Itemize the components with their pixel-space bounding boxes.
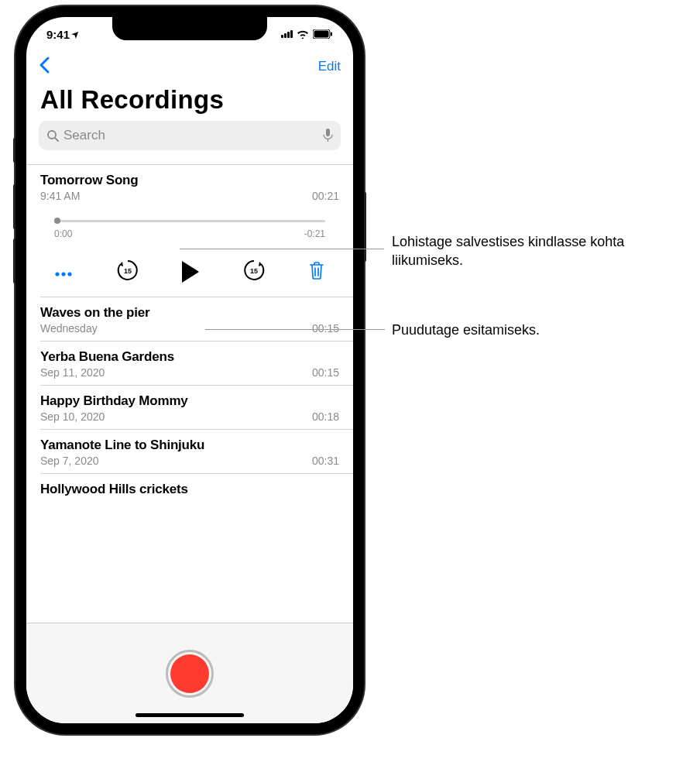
cellular-signal-icon	[281, 30, 293, 38]
status-time: 9:41	[46, 28, 70, 41]
callout-line	[180, 249, 384, 249]
back-button[interactable]	[39, 55, 50, 79]
recording-item[interactable]: Happy Birthday Mommy Sep 10, 202000:18	[26, 386, 353, 429]
recording-duration: 00:21	[312, 190, 339, 202]
bottom-toolbar	[26, 623, 353, 723]
playback-scrubber[interactable]	[54, 216, 325, 225]
svg-line-4	[55, 138, 58, 141]
recording-meta: Sep 7, 2020	[40, 455, 99, 467]
callout-play: Puudutage esitamiseks.	[392, 321, 655, 339]
recording-meta: Sep 11, 2020	[40, 366, 105, 379]
edit-button[interactable]: Edit	[318, 59, 341, 74]
recording-meta: Wednesday	[40, 322, 98, 335]
skip-back-15-button[interactable]: 15	[115, 258, 140, 286]
svg-point-7	[55, 272, 59, 276]
recording-time: 9:41 AM	[40, 190, 80, 202]
recording-item[interactable]: Yerba Buena Gardens Sep 11, 202000:15	[26, 342, 353, 385]
recording-duration: 00:31	[312, 455, 339, 467]
record-icon	[170, 654, 209, 693]
elapsed-time: 0:00	[54, 228, 72, 239]
recording-item[interactable]: Yamanote Line to Shinjuku Sep 7, 202000:…	[26, 430, 353, 473]
volume-down-button	[13, 239, 15, 283]
recording-meta: Sep 10, 2020	[40, 410, 105, 423]
nav-bar: Edit	[26, 51, 353, 82]
recording-item[interactable]: Hollywood Hills crickets	[26, 474, 353, 503]
recording-title: Hollywood Hills crickets	[40, 482, 339, 497]
svg-rect-2	[331, 33, 332, 36]
svg-text:15: 15	[249, 267, 257, 275]
search-icon	[46, 129, 59, 142]
more-options-button[interactable]	[54, 263, 73, 281]
svg-rect-5	[326, 129, 330, 136]
recording-title: Happy Birthday Mommy	[40, 393, 339, 409]
power-button	[364, 192, 366, 262]
remaining-time: -0:21	[304, 228, 325, 239]
svg-rect-1	[314, 31, 329, 38]
recording-duration: 00:18	[312, 410, 339, 423]
screen: 9:41 ➤ Edit All Recordings Search	[26, 17, 353, 723]
scrubber-track	[54, 220, 325, 222]
skip-forward-15-button[interactable]: 15	[242, 258, 266, 286]
callout-scrub: Lohistage salvestises kindlasse kohta li…	[392, 232, 655, 270]
page-title: All Recordings	[26, 82, 353, 121]
play-button[interactable]	[182, 261, 199, 283]
volume-up-button	[13, 184, 15, 229]
location-arrow-icon: ➤	[70, 28, 82, 40]
recording-title: Waves on the pier	[40, 305, 339, 321]
home-indicator[interactable]	[136, 713, 244, 717]
recording-duration: 00:15	[312, 366, 339, 379]
delete-button[interactable]	[308, 260, 325, 283]
recording-item-selected[interactable]: Tomorrow Song 9:41 AM 00:21 0:00 -0:21	[26, 165, 353, 297]
scrubber-knob[interactable]	[54, 218, 60, 224]
mic-icon[interactable]	[323, 129, 333, 142]
recording-title: Yerba Buena Gardens	[40, 349, 339, 365]
search-field[interactable]: Search	[39, 121, 341, 150]
battery-icon	[313, 29, 333, 39]
recording-title: Tomorrow Song	[40, 173, 339, 188]
phone-frame: 9:41 ➤ Edit All Recordings Search	[15, 6, 364, 734]
svg-point-8	[61, 272, 65, 276]
search-placeholder: Search	[63, 128, 318, 143]
recording-duration: 00:15	[312, 322, 339, 335]
wifi-icon	[297, 29, 309, 39]
callout-line	[205, 329, 385, 330]
recordings-list: Tomorrow Song 9:41 AM 00:21 0:00 -0:21	[26, 165, 353, 623]
svg-text:15: 15	[123, 267, 131, 275]
mute-switch	[13, 138, 15, 163]
recording-title: Yamanote Line to Shinjuku	[40, 438, 339, 453]
recording-item[interactable]: Waves on the pier Wednesday00:15	[26, 297, 353, 341]
record-button[interactable]	[166, 650, 214, 698]
notch	[112, 17, 267, 40]
svg-point-9	[67, 272, 71, 276]
play-icon	[182, 261, 199, 283]
